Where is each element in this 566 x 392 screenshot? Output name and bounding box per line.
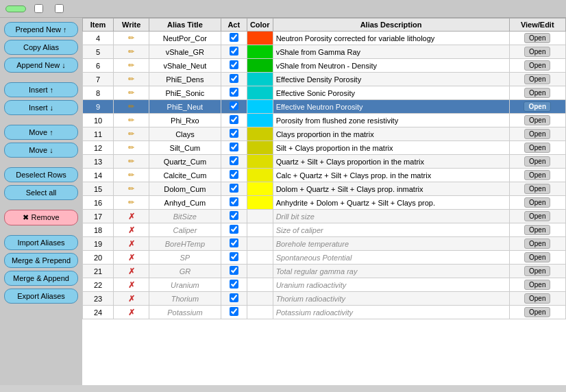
- act-checkbox[interactable]: [230, 280, 238, 289]
- import-aliases-button[interactable]: Import Aliases: [4, 235, 78, 250]
- x-icon: ✗: [128, 239, 135, 249]
- table-row[interactable]: 17✗BitSizeDrill bit sizeOpen: [83, 210, 566, 223]
- table-row[interactable]: 4✏NeutPor_CorNeutron Porosity corrected …: [83, 32, 566, 45]
- act-checkbox[interactable]: [230, 47, 238, 56]
- act-checkbox[interactable]: [230, 129, 238, 138]
- act-checkbox[interactable]: [230, 307, 238, 316]
- act-checkbox[interactable]: [230, 170, 238, 179]
- factory-alias-checkbox[interactable]: [34, 4, 43, 13]
- act-checkbox[interactable]: [230, 101, 238, 110]
- cell-alias-desc: Potassium radioactivity: [273, 306, 509, 319]
- table-row[interactable]: 13✏Quartz_CumQuartz + Silt + Clays propo…: [83, 155, 566, 169]
- act-checkbox[interactable]: [230, 293, 238, 302]
- open-button[interactable]: Open: [524, 74, 550, 84]
- table-row[interactable]: 7✏PhiE_DensEffective Density PorosityOpe…: [83, 73, 566, 86]
- act-checkbox[interactable]: [230, 143, 238, 151]
- table-row[interactable]: 12✏Silt_CumSilt + Clays proportion in th…: [83, 141, 566, 155]
- table-row[interactable]: 5✏vShale_GRvShale from Gamma RayOpen: [83, 45, 566, 59]
- append-new-button[interactable]: Append New ↓: [4, 58, 78, 73]
- export-aliases-button[interactable]: Export Aliases: [4, 289, 78, 304]
- cell-act: [221, 223, 247, 237]
- act-checkbox[interactable]: [230, 184, 238, 193]
- user-alias-checkbox[interactable]: [55, 4, 64, 13]
- open-button[interactable]: Open: [524, 280, 550, 290]
- open-button[interactable]: Open: [524, 143, 550, 153]
- validate-button[interactable]: [5, 5, 26, 12]
- pencil-icon: ✏: [128, 116, 134, 124]
- act-checkbox[interactable]: [230, 74, 238, 83]
- open-button[interactable]: Open: [524, 252, 550, 262]
- insert-down-button[interactable]: Insert ↓: [4, 100, 78, 115]
- move-down-button[interactable]: Move ↓: [4, 143, 78, 158]
- act-checkbox[interactable]: [230, 88, 238, 97]
- table-row[interactable]: 10✏Phi_RxoPorosity from flushed zone res…: [83, 114, 566, 127]
- open-button[interactable]: Open: [524, 47, 550, 57]
- open-button[interactable]: Open: [524, 156, 550, 167]
- act-checkbox[interactable]: [230, 115, 238, 124]
- table-row[interactable]: 16✏Anhyd_CumAnhydrite + Dolom + Quartz +…: [83, 196, 566, 210]
- open-button[interactable]: Open: [524, 129, 550, 139]
- cell-alias-desc: Uranium radioactivity: [273, 278, 509, 292]
- cell-act: [221, 196, 247, 210]
- open-button[interactable]: Open: [524, 238, 550, 249]
- cell-write: ✗: [114, 278, 149, 292]
- open-button[interactable]: Open: [524, 33, 550, 43]
- act-checkbox[interactable]: [230, 238, 238, 247]
- table-row[interactable]: 18✗CaliperSize of caliperOpen: [83, 223, 566, 237]
- sidebar-spacer: [4, 75, 78, 79]
- table-row[interactable]: 24✗PotassiumPotassium radioactivityOpen: [83, 306, 566, 319]
- open-button[interactable]: Open: [524, 197, 550, 208]
- act-checkbox[interactable]: [230, 60, 238, 69]
- pencil-icon: ✏: [128, 157, 134, 165]
- table-row[interactable]: 20✗SPSpontaneous PotentialOpen: [83, 251, 566, 265]
- act-checkbox[interactable]: [230, 197, 238, 206]
- insert-up-button[interactable]: Insert ↑: [4, 82, 78, 97]
- open-button[interactable]: Open: [524, 60, 550, 71]
- cell-item: 14: [83, 169, 114, 182]
- x-icon: ✗: [128, 225, 135, 235]
- open-button[interactable]: Open: [524, 211, 550, 221]
- open-button[interactable]: Open: [524, 115, 550, 125]
- remove-button[interactable]: ✖ Remove: [4, 210, 78, 225]
- table-row[interactable]: 15✏Dolom_CumDolom + Quartz + Silt + Clay…: [83, 182, 566, 196]
- table-row[interactable]: 9✏PhiE_NeutEffective Neutron PorosityOpe…: [83, 100, 566, 114]
- table-row[interactable]: 22✗UraniumUranium radioactivityOpen: [83, 278, 566, 292]
- table-row[interactable]: 8✏PhiE_SonicEffective Sonic PorosityOpen: [83, 86, 566, 100]
- act-checkbox[interactable]: [230, 266, 238, 275]
- table-row[interactable]: 21✗GRTotal regular gamma rayOpen: [83, 265, 566, 278]
- cell-act: [221, 306, 247, 319]
- cell-item: 7: [83, 73, 114, 86]
- open-button[interactable]: Open: [524, 88, 550, 98]
- merge-prepend-button[interactable]: Merge & Prepend: [4, 253, 78, 268]
- deselect-rows-button[interactable]: Deselect Rows: [4, 167, 78, 182]
- merge-append-button[interactable]: Merge & Append: [4, 271, 78, 286]
- x-icon: ✗: [128, 253, 135, 262]
- cell-color: [247, 73, 273, 86]
- act-checkbox[interactable]: [230, 33, 238, 42]
- table-row[interactable]: 14✏Calcite_CumCalc + Quartz + Silt + Cla…: [83, 169, 566, 182]
- cell-write: ✏: [114, 114, 149, 127]
- table-scroll[interactable]: ItemWriteAlias TitleActColorAlias Descri…: [82, 18, 566, 385]
- select-all-button[interactable]: Select all: [4, 185, 78, 200]
- move-up-button[interactable]: Move ↑: [4, 125, 78, 140]
- table-row[interactable]: 11✏ClaysClays proportion in the matrixOp…: [83, 127, 566, 141]
- open-button[interactable]: Open: [524, 266, 550, 276]
- open-button[interactable]: Open: [524, 101, 551, 112]
- act-checkbox[interactable]: [230, 211, 238, 220]
- act-checkbox[interactable]: [230, 225, 238, 234]
- table-row[interactable]: 23✗ThoriumThorium radioactivityOpen: [83, 292, 566, 306]
- pencil-icon: ✏: [128, 88, 134, 97]
- cell-color: [247, 196, 273, 210]
- open-button[interactable]: Open: [524, 184, 550, 194]
- table-row[interactable]: 6✏vShale_NeutvShale from Neutron - Densi…: [83, 59, 566, 73]
- act-checkbox[interactable]: [230, 252, 238, 261]
- act-checkbox[interactable]: [230, 156, 238, 165]
- prepend-new-button[interactable]: Prepend New ↑: [4, 22, 78, 37]
- open-button[interactable]: Open: [524, 170, 550, 180]
- x-icon: ✗: [128, 212, 135, 221]
- copy-alias-button[interactable]: Copy Alias: [4, 40, 78, 55]
- table-row[interactable]: 19✗BoreHTempBorehole temperatureOpen: [83, 237, 566, 251]
- open-button[interactable]: Open: [524, 307, 550, 317]
- open-button[interactable]: Open: [524, 225, 550, 235]
- open-button[interactable]: Open: [524, 293, 550, 304]
